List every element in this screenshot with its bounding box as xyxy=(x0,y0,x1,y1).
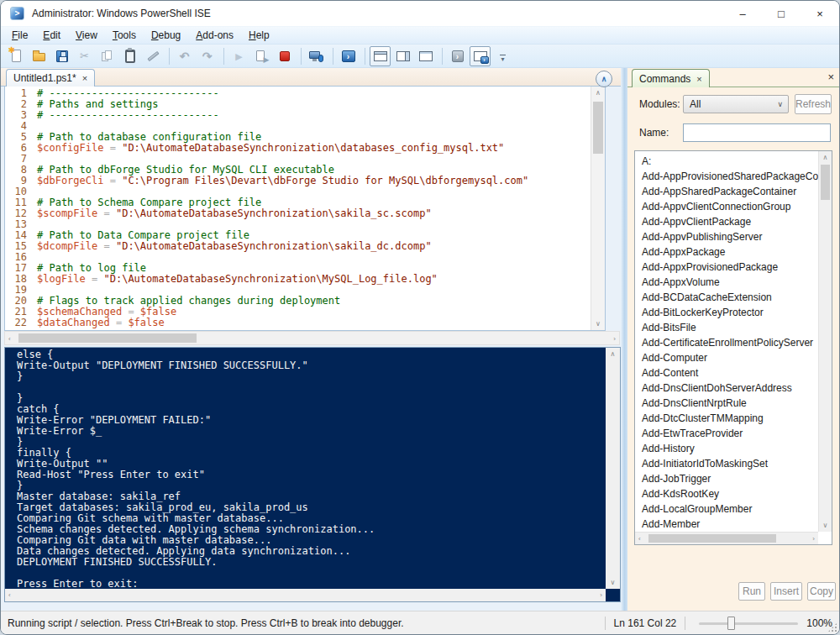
console-vertical-scrollbar[interactable]: ∧ ∨ xyxy=(606,348,620,589)
command-item[interactable]: Add-DtcClusterTMMapping xyxy=(635,411,818,426)
menu-view[interactable]: View xyxy=(68,28,105,43)
menu-file[interactable]: File xyxy=(4,28,35,43)
new-powershell-tab-icon[interactable]: › xyxy=(447,46,468,66)
scroll-down-icon[interactable]: ∨ xyxy=(591,320,605,328)
commands-list[interactable]: A:Add-AppProvisionedSharedPackageContain… xyxy=(634,150,832,545)
console-horizontal-scrollbar[interactable]: ‹ › xyxy=(5,589,606,601)
command-item[interactable]: Add-DnsClientNrptRule xyxy=(635,396,818,411)
refresh-button[interactable]: Refresh xyxy=(795,94,832,114)
script-tab-close-icon[interactable]: × xyxy=(82,73,87,83)
command-item[interactable]: Add-InitiatorIdToMaskingSet xyxy=(635,456,818,471)
command-item[interactable]: Add-AppxPackage xyxy=(635,244,818,260)
commands-list-horizontal-scrollbar[interactable]: ‹ › xyxy=(635,532,818,544)
command-item[interactable]: Add-CertificateEnrollmentPolicyServer xyxy=(635,335,818,350)
clear-console-pane-icon[interactable] xyxy=(142,46,163,66)
scroll-down-icon[interactable]: ∨ xyxy=(606,579,620,586)
command-item[interactable]: Add-BCDataCacheExtension xyxy=(635,290,818,305)
save-icon[interactable] xyxy=(51,46,72,66)
command-item[interactable]: Add-Content xyxy=(635,365,818,380)
zoom-slider-track[interactable] xyxy=(699,622,798,625)
scroll-down-icon[interactable]: ∨ xyxy=(819,522,832,529)
overflow-icon[interactable]: ▾ xyxy=(492,46,513,66)
editor-hscroll-thumb[interactable] xyxy=(18,333,197,343)
name-input[interactable] xyxy=(683,123,831,142)
scroll-left-icon[interactable]: ‹ xyxy=(638,535,641,543)
menu-help[interactable]: Help xyxy=(241,28,277,43)
command-item[interactable]: Add-EtwTraceProvider xyxy=(635,426,818,441)
scroll-up-icon[interactable]: ∧ xyxy=(606,350,620,358)
vertical-splitter[interactable] xyxy=(621,68,627,612)
show-script-pane-right-icon[interactable] xyxy=(392,46,413,66)
command-item[interactable]: Add-BitsFile xyxy=(635,320,818,335)
modules-dropdown[interactable]: All ∨ xyxy=(683,95,789,113)
command-item[interactable]: Add-AppSharedPackageContainer xyxy=(635,184,818,199)
scroll-left-icon[interactable]: ‹ xyxy=(8,591,11,599)
maximize-button[interactable]: □ xyxy=(762,1,801,26)
status-message: Running script / selection. Press Ctrl+B… xyxy=(8,617,404,629)
redo-icon[interactable]: ↷ xyxy=(197,46,218,66)
new-remote-powershell-tab-icon[interactable] xyxy=(306,46,327,66)
paste-icon[interactable] xyxy=(119,46,140,66)
show-script-pane-top-icon[interactable] xyxy=(370,46,391,66)
copy-icon[interactable] xyxy=(97,46,118,66)
commands-panel-close-icon[interactable]: × xyxy=(827,71,834,83)
close-button[interactable]: × xyxy=(801,1,839,26)
scroll-right-icon[interactable]: › xyxy=(600,591,602,599)
command-item[interactable]: Add-BitLockerKeyProtector xyxy=(635,305,818,320)
command-item[interactable]: Add-AppvClientPackage xyxy=(635,214,818,229)
insert-button[interactable]: Insert xyxy=(770,582,802,601)
scroll-up-icon[interactable]: ∧ xyxy=(819,154,832,161)
zoom-slider[interactable] xyxy=(699,616,798,631)
command-item[interactable]: Add-AppxProvisionedPackage xyxy=(635,260,818,275)
show-script-pane-maximized-icon[interactable] xyxy=(415,46,436,66)
start-powershell-icon[interactable]: › xyxy=(338,46,359,66)
commands-tab[interactable]: Commands × xyxy=(632,69,710,87)
command-item[interactable]: Add-Member xyxy=(635,517,818,532)
stop-operation-icon[interactable] xyxy=(274,46,295,66)
scroll-left-icon[interactable]: ‹ xyxy=(8,335,11,343)
console-pane[interactable]: else {Write-Output "DEPLOYMENT FINISHED … xyxy=(4,347,621,602)
editor-horizontal-scrollbar[interactable]: ‹ › xyxy=(4,331,620,345)
commands-list-vertical-scrollbar[interactable]: ∧ ∨ xyxy=(818,151,832,532)
editor-vertical-scrollbar[interactable]: ∧ ∨ xyxy=(591,87,605,330)
menu-edit[interactable]: Edit xyxy=(35,28,68,43)
command-item[interactable]: Add-KdsRootKey xyxy=(635,486,818,501)
editor-vscroll-thumb[interactable] xyxy=(593,102,603,154)
menu-debug[interactable]: Debug xyxy=(144,28,188,43)
script-tab-untitled1[interactable]: Untitled1.ps1* × xyxy=(6,69,95,87)
command-item[interactable]: Add-JobTrigger xyxy=(635,471,818,486)
cut-icon[interactable]: ✂ xyxy=(74,46,95,66)
run-selection-icon[interactable]: ▶ xyxy=(251,46,272,66)
console-output[interactable]: else {Write-Output "DEPLOYMENT FINISHED … xyxy=(5,348,606,589)
scroll-right-icon[interactable]: › xyxy=(613,335,616,343)
scroll-right-icon[interactable]: › xyxy=(812,535,815,543)
commands-hscroll-thumb[interactable] xyxy=(648,534,776,543)
command-item[interactable]: Add-Computer xyxy=(635,350,818,365)
script-editor[interactable]: 1# ----------------------------2# Paths … xyxy=(4,87,606,331)
command-item[interactable]: Add-History xyxy=(635,441,818,456)
command-item[interactable]: Add-AppvClientConnectionGroup xyxy=(635,199,818,214)
open-script-icon[interactable] xyxy=(29,46,50,66)
command-item[interactable]: A: xyxy=(635,154,818,169)
command-item[interactable]: Add-DnsClientDohServerAddress xyxy=(635,380,818,396)
undo-icon[interactable]: ↶ xyxy=(174,46,195,66)
copy-button[interactable]: Copy xyxy=(807,582,836,601)
zoom-slider-thumb[interactable] xyxy=(727,617,735,630)
console-line: } xyxy=(17,437,606,448)
collapse-script-pane-button[interactable]: ∧ xyxy=(596,71,612,87)
menu-tools[interactable]: Tools xyxy=(105,28,144,43)
command-item[interactable]: Add-AppxVolume xyxy=(635,275,818,290)
scroll-up-icon[interactable]: ∧ xyxy=(591,89,605,97)
script-editor-content[interactable]: 1# ----------------------------2# Paths … xyxy=(5,87,591,330)
new-script-icon[interactable]: ✱ xyxy=(6,46,27,66)
run-button[interactable]: Run xyxy=(738,582,765,601)
minimize-button[interactable]: – xyxy=(723,1,762,26)
command-item[interactable]: Add-AppvPublishingServer xyxy=(635,229,818,244)
run-script-icon[interactable]: ▶ xyxy=(228,46,249,66)
show-command-addon-icon[interactable]: › xyxy=(470,46,491,66)
commands-tab-close-icon[interactable]: × xyxy=(696,74,701,84)
command-item[interactable]: Add-LocalGroupMember xyxy=(635,501,818,517)
menu-addons[interactable]: Add-ons xyxy=(188,28,241,43)
commands-vscroll-thumb[interactable] xyxy=(821,165,830,200)
command-item[interactable]: Add-AppProvisionedSharedPackageContainer xyxy=(635,169,818,184)
